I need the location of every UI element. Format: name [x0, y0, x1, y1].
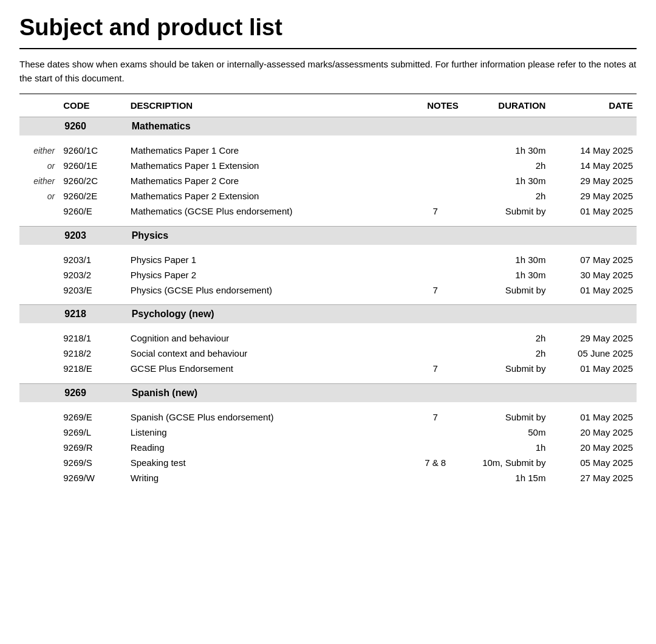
- spacer-row: [19, 323, 637, 331]
- row-description: Mathematics (GCSE Plus endorsement): [127, 204, 409, 219]
- section-subject: Mathematics: [127, 117, 637, 136]
- header-code: CODE: [60, 94, 126, 117]
- row-description: Physics (GCSE Plus endorsement): [127, 283, 409, 298]
- table-row: 9203/1 Physics Paper 1 1h 30m 07 May 202…: [19, 252, 637, 267]
- row-prefix: [19, 283, 60, 298]
- table-row: 9203/E Physics (GCSE Plus endorsement) 7…: [19, 283, 637, 298]
- section-code: 9203: [60, 226, 126, 245]
- row-code: 9203/1: [60, 252, 126, 267]
- row-notes: [408, 188, 462, 204]
- row-notes: 7: [408, 283, 462, 298]
- row-prefix: [19, 470, 60, 485]
- row-notes: 7: [408, 204, 462, 219]
- row-date: 01 May 2025: [549, 204, 637, 219]
- row-duration: 1h 30m: [462, 267, 550, 283]
- row-date: 27 May 2025: [549, 470, 637, 485]
- row-code: 9260/E: [60, 204, 126, 219]
- spacer-row: [19, 402, 637, 409]
- row-date: 05 June 2025: [549, 346, 637, 361]
- row-duration: 1h 15m: [462, 470, 550, 485]
- section-header-spacer: [19, 305, 60, 324]
- row-code: 9260/1C: [60, 143, 126, 158]
- row-code: 9203/E: [60, 283, 126, 298]
- row-prefix: [19, 440, 60, 455]
- spacer-row: [19, 485, 637, 493]
- row-notes: 7: [408, 409, 462, 425]
- row-code: 9269/S: [60, 455, 126, 470]
- row-description: Physics Paper 2: [127, 267, 409, 283]
- header-notes: NOTES: [408, 94, 462, 117]
- row-code: 9203/2: [60, 267, 126, 283]
- table-row: 9269/W Writing 1h 15m 27 May 2025: [19, 470, 637, 485]
- row-duration: 2h: [462, 346, 550, 361]
- row-duration: 1h: [462, 440, 550, 455]
- row-duration: 1h 30m: [462, 143, 550, 158]
- table-row: 9269/L Listening 50m 20 May 2025: [19, 425, 637, 440]
- row-prefix: either: [19, 173, 60, 188]
- table-row: 9269/S Speaking test 7 & 8 10m, Submit b…: [19, 455, 637, 470]
- row-description: Listening: [127, 425, 409, 440]
- row-code: 9269/W: [60, 470, 126, 485]
- row-description: Mathematics Paper 1 Extension: [127, 158, 409, 173]
- table-row: 9269/E Spanish (GCSE Plus endorsement) 7…: [19, 409, 637, 425]
- section-subject: Spanish (new): [127, 383, 637, 402]
- section-header-row: 9269 Spanish (new): [19, 383, 637, 402]
- row-notes: 7: [408, 361, 462, 376]
- row-code: 9260/2C: [60, 173, 126, 188]
- table-row: or 9260/1E Mathematics Paper 1 Extension…: [19, 158, 637, 173]
- row-description: Writing: [127, 470, 409, 485]
- row-date: 01 May 2025: [549, 283, 637, 298]
- row-description: Speaking test: [127, 455, 409, 470]
- table-row: or 9260/2E Mathematics Paper 2 Extension…: [19, 188, 637, 204]
- section-header-spacer: [19, 383, 60, 402]
- row-date: 05 May 2025: [549, 455, 637, 470]
- table-row: 9260/E Mathematics (GCSE Plus endorsemen…: [19, 204, 637, 219]
- intro-text: These dates show when exams should be ta…: [19, 58, 637, 85]
- row-duration: 1h 30m: [462, 252, 550, 267]
- row-notes: [408, 267, 462, 283]
- row-prefix: [19, 409, 60, 425]
- table-row: 9269/R Reading 1h 20 May 2025: [19, 440, 637, 455]
- subject-table: CODE DESCRIPTION NOTES DURATION DATE 926…: [19, 94, 637, 493]
- row-date: 20 May 2025: [549, 440, 637, 455]
- table-header: CODE DESCRIPTION NOTES DURATION DATE: [19, 94, 637, 117]
- section-subject: Psychology (new): [127, 305, 637, 324]
- row-duration: Submit by: [462, 204, 550, 219]
- section-code: 9269: [60, 383, 126, 402]
- row-description: Mathematics Paper 2 Extension: [127, 188, 409, 204]
- row-date: 14 May 2025: [549, 158, 637, 173]
- section-header-row: 9218 Psychology (new): [19, 305, 637, 324]
- row-description: Physics Paper 1: [127, 252, 409, 267]
- row-prefix: [19, 331, 60, 346]
- row-code: 9260/1E: [60, 158, 126, 173]
- row-date: 29 May 2025: [549, 173, 637, 188]
- row-code: 9260/2E: [60, 188, 126, 204]
- page-title: Subject and product list: [19, 15, 637, 41]
- row-description: Social context and behaviour: [127, 346, 409, 361]
- row-notes: [408, 252, 462, 267]
- row-date: 01 May 2025: [549, 361, 637, 376]
- row-notes: [408, 440, 462, 455]
- section-header-row: 9203 Physics: [19, 226, 637, 245]
- row-date: 30 May 2025: [549, 267, 637, 283]
- row-prefix: [19, 425, 60, 440]
- row-code: 9269/E: [60, 409, 126, 425]
- row-code: 9269/L: [60, 425, 126, 440]
- spacer-row: [19, 245, 637, 252]
- row-prefix: [19, 252, 60, 267]
- row-duration: 10m, Submit by: [462, 455, 550, 470]
- table-row: 9218/1 Cognition and behaviour 2h 29 May…: [19, 331, 637, 346]
- row-notes: [408, 331, 462, 346]
- row-code: 9218/2: [60, 346, 126, 361]
- row-date: 07 May 2025: [549, 252, 637, 267]
- row-description: Reading: [127, 440, 409, 455]
- table-row: 9218/2 Social context and behaviour 2h 0…: [19, 346, 637, 361]
- row-duration: Submit by: [462, 361, 550, 376]
- row-date: 29 May 2025: [549, 188, 637, 204]
- header-description: DESCRIPTION: [127, 94, 409, 117]
- row-duration: 2h: [462, 188, 550, 204]
- row-date: 01 May 2025: [549, 409, 637, 425]
- row-duration: 1h 30m: [462, 173, 550, 188]
- row-prefix: [19, 455, 60, 470]
- spacer-row: [19, 135, 637, 143]
